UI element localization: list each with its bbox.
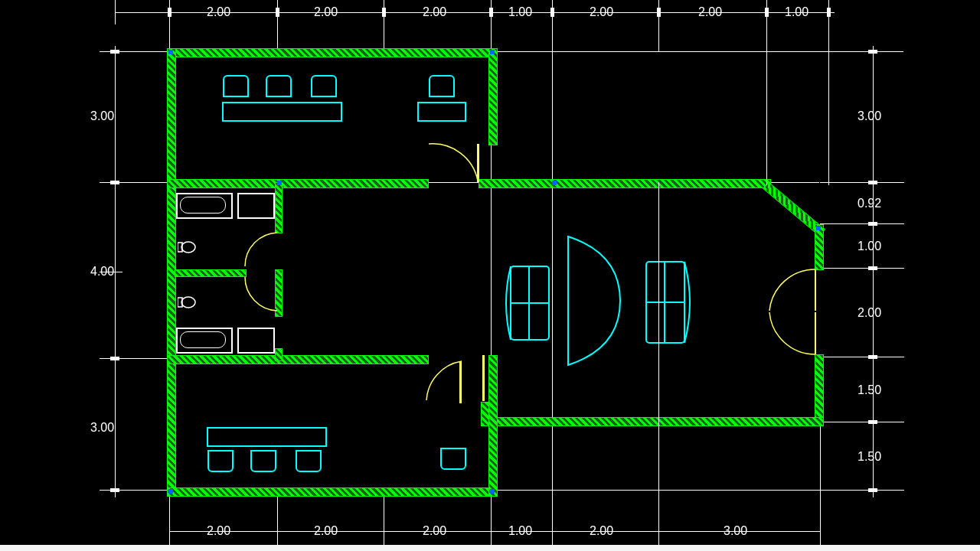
sofa-right [642,254,697,350]
door-arc [425,358,471,404]
wall [488,48,498,145]
tick [110,488,119,492]
table-d [565,233,625,370]
node [552,181,557,185]
svg-point-4 [181,297,195,308]
grid-h [820,223,904,224]
grid-h [820,182,904,183]
wall [815,354,824,426]
dim-right-5: 1.50 [858,450,881,464]
dim-top-6: 1.00 [785,5,808,19]
dim-bot-2: 2.00 [423,524,446,538]
node [490,50,495,54]
grid-v [658,182,659,551]
chair [296,450,322,472]
dim-right-2: 1.00 [858,240,881,253]
bathtub-inner [180,331,226,348]
door-arc [426,142,481,184]
dim-bot-5: 3.00 [724,524,747,538]
wall [175,269,247,277]
wall [167,355,429,364]
node [168,50,173,54]
tick [168,8,172,17]
wall [167,48,498,57]
tick [868,222,877,226]
chair [429,75,455,97]
grid-h [820,422,904,422]
tick [276,8,279,17]
grid-v [820,422,821,551]
dresser-top [222,102,342,122]
dim-left-1: 4.00 [90,265,114,279]
grid-h [820,357,904,357]
tick [868,488,877,492]
tick [765,8,769,17]
wall [488,355,498,497]
dim-bot-1: 2.00 [314,524,338,538]
tick [110,357,119,360]
door [482,355,485,401]
toilet-icon [178,295,196,309]
wall [275,348,283,361]
bathtub-inner [180,197,226,214]
dim-bot-3: 1.00 [508,524,532,538]
chair [440,448,466,470]
chair [250,450,276,472]
dim-bot-0: 2.00 [207,524,230,538]
cad-drawing-canvas: 2.00 2.00 2.00 1.00 2.00 2.00 1.00 2.00 … [0,0,980,551]
wall [479,179,771,188]
door-arc [243,276,280,314]
node [168,489,173,494]
sink [237,328,275,354]
tick [827,8,831,17]
grid-v [384,490,384,551]
door-arc [243,231,280,269]
dim-left-2: 3.00 [90,421,114,435]
node [277,181,282,185]
wall [167,179,429,188]
tick [868,355,877,359]
dim-top-2: 2.00 [423,5,446,19]
grid-v [169,490,170,551]
sofa-left [501,260,555,346]
toilet-icon [178,240,196,254]
dim-top-3: 1.00 [508,5,532,19]
tick [868,181,877,184]
dim-bot-4: 2.00 [590,524,613,538]
tick [382,8,386,17]
dim-line-left [115,51,116,490]
status-strip [0,545,980,551]
dim-right-4: 1.50 [858,383,881,397]
grid-v [766,51,767,185]
dim-line-bottom [169,531,820,532]
tick [657,8,661,17]
dim-left-0: 3.00 [90,109,114,123]
tick [868,50,877,54]
tick [550,8,554,17]
grid-v [277,490,278,551]
wall [167,487,498,497]
sink [237,193,275,219]
wall [275,182,283,233]
node [490,489,495,494]
wall [481,417,824,426]
dim-top-4: 2.00 [590,5,613,19]
chair [223,75,249,97]
grid-h [820,268,904,269]
tick [489,8,493,17]
chair [207,450,234,472]
svg-point-2 [181,242,195,253]
dim-top-5: 2.00 [698,5,722,19]
wall [815,224,824,270]
tick [110,181,119,184]
chair [266,75,292,97]
dim-top-0: 2.00 [207,5,230,19]
tick [868,420,877,424]
dim-top-1: 2.00 [314,5,338,19]
node [816,226,821,230]
dim-right-0: 3.00 [858,109,881,123]
tick [868,266,877,270]
dim-right-1: 0.92 [858,197,881,210]
grid-v [828,51,829,185]
dim-right-3: 2.00 [858,306,881,320]
